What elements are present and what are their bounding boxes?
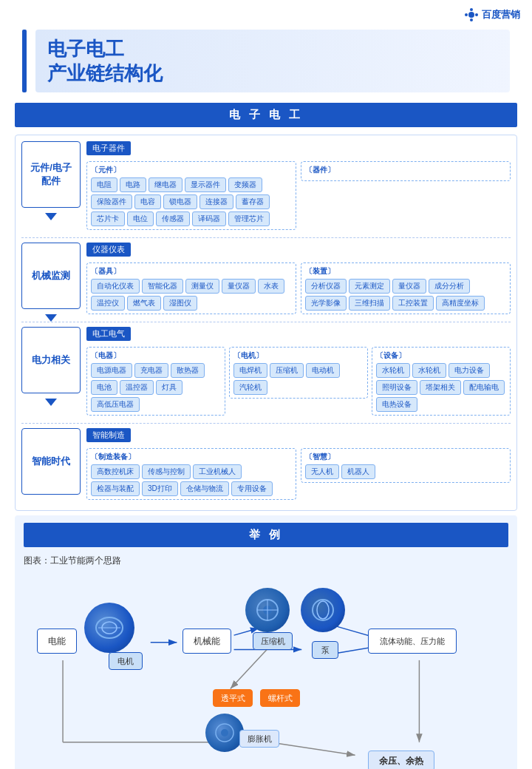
tags-dianqi: 电源电器 充电器 散热器 电池 温控器 灯具 高低压电器 [91, 363, 221, 412]
tag: 锁电器 [163, 194, 197, 209]
flow-node-fluid: 流体动能、压力能 [368, 629, 457, 654]
title-section: 电子电工 产业链结构化 [22, 30, 510, 92]
flow-diagram: 电能 电机 机械能 [24, 575, 508, 769]
tag: 电路 [120, 177, 146, 192]
chain-container: 元件/电子配件 电子器件 〔元件〕 电阻 电路 继电器 显示器件 变 [15, 135, 517, 511]
tags-qiju: 自动化仪表 智能化器 测量仪 量仪器 水表 温控仪 燃气表 湿图仪 [91, 279, 292, 311]
tag: 电阻 [91, 177, 117, 192]
tag: 高低压电器 [91, 397, 140, 412]
row-divider-3 [21, 423, 511, 424]
machine-expander-img [205, 714, 244, 752]
tag: 智能化器 [142, 279, 183, 294]
tag: 水轮机 [376, 363, 410, 378]
row-divider-1 [21, 237, 511, 238]
tag: 电源电器 [91, 363, 132, 378]
tag: 光学影像 [305, 296, 347, 311]
sub-cat-bar-4: 智能制造 [86, 428, 131, 442]
logo-text: 百度营销 [482, 8, 520, 21]
sub-cat-bar-1: 电子器件 [86, 141, 131, 155]
label-pump: 泵 [321, 645, 330, 656]
row-divider-2 [21, 322, 511, 322]
tag: 3D打印 [142, 481, 178, 496]
title-bar-decoration [22, 30, 27, 92]
machine-motor-img [84, 603, 134, 653]
tag: 电热设备 [376, 397, 417, 412]
title-background: 电子电工 产业链结构化 [35, 30, 510, 92]
tag: 机器人 [341, 464, 375, 479]
tags-shebei: 水轮机 水轮机 电力设备 照明设备 塔架相关 配电输电 电热设备 [376, 363, 506, 412]
chain-row-2: 机械监测 仪器仪表 〔器具〕 自动化仪表 智能化器 测量仪 量仪器 [21, 243, 511, 314]
section-qi-jian: 〔器件〕 [301, 161, 511, 181]
tag: 测量仪 [185, 279, 219, 294]
sub-cat-bar-3: 电工电气 [86, 327, 131, 341]
category-box-3: 电力相关 [21, 327, 81, 393]
tag: 燃气表 [127, 296, 161, 311]
cat-arrow-3 [45, 399, 57, 406]
sub-cat-bar-2: 仪器仪表 [86, 243, 131, 257]
main-title: 电子电工 产业链结构化 [47, 37, 163, 85]
label-electric-energy: 电能 [48, 635, 66, 648]
tag: 仓储与物流 [180, 481, 229, 496]
svg-point-4 [475, 13, 478, 16]
machine-comp-img [245, 588, 290, 632]
cat-arrow-1 [45, 213, 57, 220]
tag: 高精度坐标 [436, 296, 485, 311]
flow-node-compressor: 压缩机 [253, 632, 293, 650]
tag: 芯片卡 [91, 211, 125, 226]
tag: 专用设备 [231, 481, 273, 496]
tags-zhihui: 无人机 机器人 [305, 464, 506, 479]
tag: 水表 [258, 279, 284, 294]
tag: 显示器件 [185, 177, 226, 192]
tag: 电容 [134, 194, 161, 209]
svg-line-17 [270, 742, 355, 755]
tag: 成分分析 [429, 279, 470, 294]
svg-point-31 [221, 729, 228, 736]
tag: 温控器 [120, 380, 154, 395]
tag: 湿图仪 [163, 296, 197, 311]
cat-content-3: 电工电气 〔电器〕 电源电器 充电器 散热器 电池 温控器 灯具 高低压电器 [86, 327, 511, 416]
section-shebei: 〔设备〕 水轮机 水轮机 电力设备 照明设备 塔架相关 配电输电 电热设备 [372, 347, 511, 416]
example-section: 举 例 图表：工业节能两个思路 [15, 515, 517, 769]
tag: 压缩机 [270, 363, 304, 378]
cat-label-1: 元件/电子配件 [30, 161, 72, 188]
tags-zhizao: 高数控机床 传感与控制 工业机械人 检器与装配 3D打印 仓储与物流 专用设备 [91, 464, 292, 496]
cat-arrow-2 [45, 314, 57, 322]
tag: 充电器 [134, 363, 168, 378]
category-box-2: 机械监测 [21, 243, 81, 309]
tag: 译码器 [192, 211, 226, 226]
baidu-icon [464, 7, 479, 22]
label-motor: 电机 [117, 656, 134, 667]
tag: 高数控机床 [91, 464, 140, 479]
motor-icon [95, 613, 124, 643]
tag: 量仪器 [222, 279, 256, 294]
tag: 水轮机 [412, 363, 446, 378]
cat-label-4: 智能时代 [32, 455, 70, 468]
cat-label-3: 电力相关 [32, 353, 70, 367]
tag: 电动机 [306, 363, 340, 378]
tag: 汽轮机 [233, 380, 267, 395]
chart-title: 图表：工业节能两个思路 [24, 555, 508, 567]
tag: 配电输电 [463, 380, 505, 395]
tag: 电力设备 [449, 363, 490, 378]
tags-zhuangzhi: 分析仪器 元素测定 量仪器 成分分析 光学影像 三维扫描 工控装置 高精度坐标 [305, 279, 506, 311]
tag: 传感与控制 [142, 464, 191, 479]
tag: 灯具 [156, 380, 183, 395]
flow-node-screw: 螺杆式 [260, 689, 300, 707]
tag: 管理芯片 [228, 211, 270, 226]
chain-row-1: 元件/电子配件 电子器件 〔元件〕 电阻 电路 继电器 显示器件 变 [21, 141, 511, 230]
label-transparent: 透平式 [221, 693, 245, 704]
example-header: 举 例 [24, 523, 508, 547]
tag: 照明设备 [376, 380, 417, 395]
tag: 工控装置 [392, 296, 434, 311]
main-content: 电 子 电 工 [15, 103, 517, 127]
tag: 三维扫描 [349, 296, 390, 311]
cat-label-2: 机械监测 [32, 269, 70, 282]
tag: 检器与装配 [91, 481, 140, 496]
tag: 电焊机 [233, 363, 267, 378]
cat-content-4: 智能制造 〔制造装备〕 高数控机床 传感与控制 工业机械人 检器与装配 3D打印… [86, 428, 511, 500]
section-yuan-jian: 〔元件〕 电阻 电路 继电器 显示器件 变频器 保险器件 电容 锁电器 连接器 … [86, 161, 296, 230]
flow-node-pump: 泵 [312, 641, 338, 659]
tag: 塔架相关 [420, 380, 461, 395]
section-dianqi: 〔电器〕 电源电器 充电器 散热器 电池 温控器 灯具 高低压电器 [86, 347, 225, 416]
category-box-1: 元件/电子配件 [21, 141, 81, 208]
